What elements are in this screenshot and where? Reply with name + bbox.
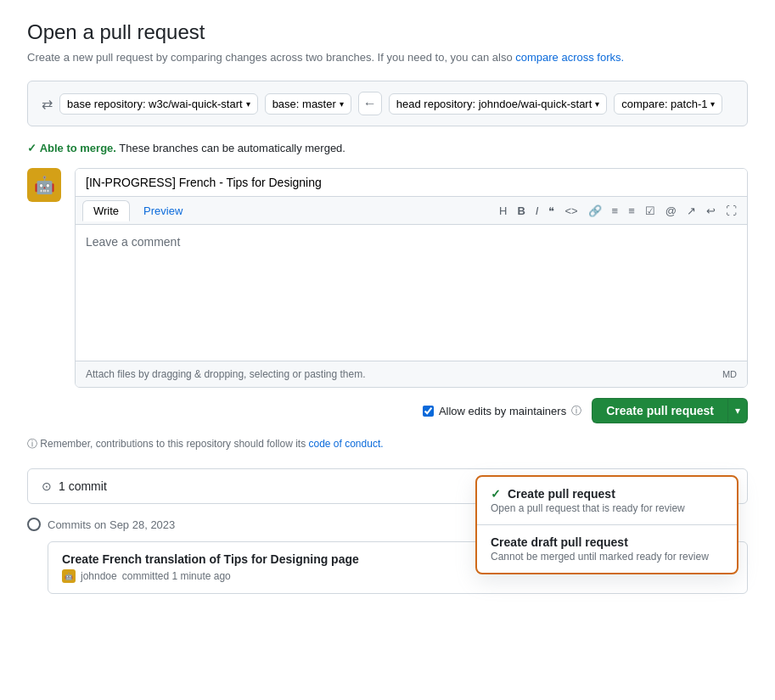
comment-placeholder: Leave a comment: [86, 235, 180, 249]
conduct-text: Remember, contributions to this reposito…: [40, 438, 306, 450]
pr-editor: Write Preview H B I ❝ <> 🔗 ≡ ≡ ☑ @ ↗ ↩ ⛶…: [75, 168, 748, 388]
base-branch-arrow-icon: ▾: [340, 99, 344, 109]
merge-check-icon: ✓: [27, 142, 37, 154]
merge-description-text: These branches can be automatically merg…: [119, 142, 345, 154]
markdown-icon: MD: [722, 369, 737, 379]
base-branch-select[interactable]: base: master ▾: [265, 93, 351, 115]
avatar-image: 🤖: [27, 168, 61, 202]
create-pr-button[interactable]: Create pull request: [592, 398, 727, 423]
compare-branch-label: compare: patch-1: [621, 98, 707, 110]
merge-able-text: Able to merge.: [40, 142, 116, 154]
allow-edits-container: Allow edits by maintainers ⓘ: [423, 404, 581, 418]
create-pr-option[interactable]: ✓ Create pull request Open a pull reques…: [477, 477, 737, 525]
create-pr-option-title: ✓ Create pull request: [491, 487, 723, 501]
base-repo-label: base repository: w3c/wai-quick-start: [67, 98, 243, 110]
preview-tab[interactable]: Preview: [133, 201, 193, 221]
subtitle-text: Create a new pull request by comparing c…: [27, 51, 513, 64]
create-pr-btn-group: Create pull request ▾: [592, 398, 748, 423]
commit-count-icon: ⊙: [42, 479, 52, 493]
page-subtitle: Create a new pull request by comparing c…: [27, 51, 748, 64]
editor-toolbar: Write Preview H B I ❝ <> 🔗 ≡ ≡ ☑ @ ↗ ↩ ⛶: [76, 197, 747, 225]
mention-btn[interactable]: @: [662, 203, 680, 219]
bold-btn[interactable]: B: [514, 203, 528, 219]
create-draft-pr-option-subtitle: Cannot be merged until marked ready for …: [491, 551, 723, 563]
head-repo-select[interactable]: head repository: johndoe/wai-quick-start…: [389, 93, 608, 115]
create-pr-check-icon: ✓: [491, 487, 501, 501]
commit-time: committed 1 minute ago: [122, 570, 231, 582]
create-pr-option-subtitle: Open a pull request that is ready for re…: [491, 502, 723, 514]
write-tab[interactable]: Write: [82, 200, 130, 221]
compare-forks-link[interactable]: compare across forks.: [515, 51, 624, 64]
create-pr-dropdown-menu: ✓ Create pull request Open a pull reques…: [475, 475, 738, 574]
commit-count-text: 1 commit: [59, 479, 107, 493]
undo-btn[interactable]: ↩: [703, 203, 719, 219]
merge-status: ✓ Able to merge. These branches can be a…: [27, 137, 748, 154]
task-list-btn[interactable]: ☑: [642, 203, 659, 219]
create-pr-dropdown-button[interactable]: ▾: [727, 398, 748, 423]
allow-edits-checkbox[interactable]: [423, 406, 434, 417]
base-repo-select[interactable]: base repository: w3c/wai-quick-start ▾: [59, 93, 258, 115]
editor-container: Write Preview H B I ❝ <> 🔗 ≡ ≡ ☑ @ ↗ ↩ ⛶…: [75, 168, 748, 423]
pr-form: 🤖 Write Preview H B I ❝ <> 🔗 ≡ ≡ ☑ @ ↗ ↩…: [27, 168, 748, 423]
compare-branch-arrow-icon: ▾: [710, 99, 715, 109]
code-btn[interactable]: <>: [561, 203, 581, 219]
help-icon[interactable]: ⓘ: [571, 404, 581, 418]
conduct-link[interactable]: code of conduct.: [309, 438, 384, 450]
heading-btn[interactable]: H: [496, 203, 510, 219]
base-repo-arrow-icon: ▾: [246, 99, 250, 109]
quote-btn[interactable]: ❝: [545, 203, 558, 219]
editor-footer: Attach files by dragging & dropping, sel…: [76, 361, 747, 387]
create-draft-pr-option[interactable]: Create draft pull request Cannot be merg…: [477, 525, 737, 573]
user-avatar: 🤖: [27, 168, 61, 202]
editor-actions: Allow edits by maintainers ⓘ Create pull…: [75, 388, 748, 423]
ordered-list-btn[interactable]: ≡: [625, 203, 638, 219]
link-btn[interactable]: 🔗: [585, 203, 605, 219]
switch-branches-icon: ⇄: [42, 96, 53, 112]
direction-arrow-icon: ←: [358, 92, 382, 115]
conduct-note: ⓘ Remember, contributions to this reposi…: [27, 437, 748, 451]
reference-btn[interactable]: ↗: [683, 203, 699, 219]
base-branch-label: base: master: [272, 98, 336, 110]
create-draft-pr-option-title: Create draft pull request: [491, 535, 723, 549]
commit-author: johndoe: [81, 570, 117, 582]
compare-branch-select[interactable]: compare: patch-1 ▾: [614, 93, 722, 115]
fullscreen-btn[interactable]: ⛶: [722, 203, 740, 219]
italic-btn[interactable]: I: [532, 203, 542, 219]
comment-body[interactable]: Leave a comment: [76, 225, 747, 361]
commit-author-avatar: 🤖: [62, 569, 76, 583]
page-title: Open a pull request: [27, 20, 748, 44]
conduct-icon: ⓘ: [27, 438, 37, 450]
head-repo-label: head repository: johndoe/wai-quick-start: [396, 98, 592, 110]
allow-edits-label: Allow edits by maintainers: [439, 405, 566, 417]
branch-bar: ⇄ base repository: w3c/wai-quick-start ▾…: [27, 81, 748, 126]
pr-title-input[interactable]: [76, 169, 747, 197]
attach-text: Attach files by dragging & dropping, sel…: [86, 368, 366, 380]
head-repo-arrow-icon: ▾: [595, 99, 599, 109]
unordered-list-btn[interactable]: ≡: [609, 203, 622, 219]
commits-date-text: Commits on Sep 28, 2023: [48, 518, 175, 531]
